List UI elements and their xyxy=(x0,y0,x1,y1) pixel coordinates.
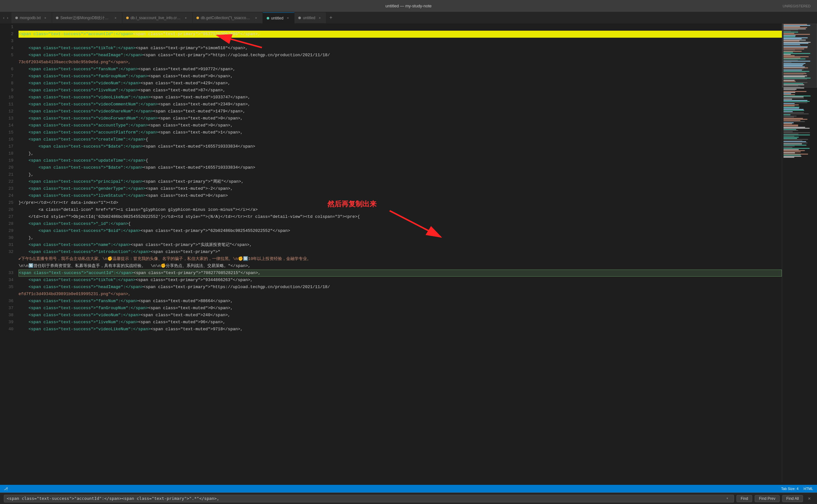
tab-untitled2[interactable]: untitled × xyxy=(294,12,326,23)
tab-close-icon[interactable]: × xyxy=(113,15,118,20)
find-all-button[interactable]: Find All xyxy=(782,495,803,502)
minimap-line xyxy=(783,155,801,156)
status-git[interactable]: ⎇ xyxy=(4,487,8,491)
line-number xyxy=(0,256,13,263)
tab-prev-icon[interactable]: ‹ xyxy=(3,16,5,20)
find-button[interactable]: Find xyxy=(737,495,752,502)
tab-next-icon[interactable]: › xyxy=(6,16,9,20)
tab-untitled1[interactable]: untitled × xyxy=(263,12,295,23)
code-line: <span class="text-success">"fanGroupNum"… xyxy=(19,305,782,312)
minimap-line xyxy=(783,83,803,84)
tab-close-icon[interactable]: × xyxy=(285,16,290,21)
code-line: </td><td style="">ObjectId('62b02486bc98… xyxy=(19,213,782,220)
minimap-line xyxy=(783,132,810,133)
code-line: <span class="text-success">"accountPlatf… xyxy=(19,129,782,136)
tab-close-icon[interactable]: × xyxy=(317,15,322,20)
code-line xyxy=(19,24,782,31)
line-number: 33 xyxy=(0,270,13,277)
tab-seeker[interactable]: Seeker迁移MongoDB统计（只有这些转mongo了） × xyxy=(52,12,122,23)
line-number: 8 xyxy=(0,80,13,87)
line-number xyxy=(0,263,13,270)
minimap-line xyxy=(783,103,795,104)
minimap-line xyxy=(783,29,798,30)
minimap-line xyxy=(783,50,795,50)
minimap-line xyxy=(783,63,806,64)
minimap-line xyxy=(783,81,796,82)
status-bar-right: Tab Size: 4 HTML xyxy=(781,487,813,491)
find-input[interactable] xyxy=(7,496,723,501)
code-line: <span class="text-success">"accountId":<… xyxy=(19,31,782,38)
language-indicator[interactable]: HTML xyxy=(804,487,813,491)
tab-db-get[interactable]: db.getCollection("t_ssaccount_video_info… xyxy=(193,12,263,23)
minimap-line xyxy=(783,67,808,68)
minimap-line xyxy=(783,141,806,142)
code-line: }</pre></td></tr><tr data-index="1"><td> xyxy=(19,199,782,206)
code-line: 73c6f20345ab4139aecc9cb8c95b9e6d.png"</s… xyxy=(19,59,782,66)
line-number: 22 xyxy=(0,178,13,185)
line-number: 19 xyxy=(0,157,13,164)
code-line: <span class="text-success">"$oid":</span… xyxy=(19,227,782,234)
line-number: 3 xyxy=(0,38,13,45)
tab-close-icon[interactable]: × xyxy=(183,15,188,20)
minimap-line xyxy=(783,99,792,100)
code-line: <span class="text-success">"createTime":… xyxy=(19,136,782,143)
line-number: 30 xyxy=(0,234,13,241)
tab-dot xyxy=(15,17,18,19)
editor-area[interactable]: <span class="text-success">"accountId":<… xyxy=(16,24,782,482)
code-line: <span class="text-success">"videoNum":</… xyxy=(19,312,782,319)
minimap-line xyxy=(783,47,807,48)
line-number: 18 xyxy=(0,150,13,157)
code-line: <span class="text-success">"tikTok":</sp… xyxy=(19,45,782,52)
find-bar: ▾ Find Find Prev Find All ✕ xyxy=(0,493,817,504)
line-number: 17 xyxy=(0,143,13,150)
minimap-line xyxy=(783,143,802,144)
minimap-line xyxy=(783,157,794,158)
status-bar: ⎇ Tab Size: 4 HTML xyxy=(0,485,817,493)
code-line: efd7f1c3d4934bd39891b0e019995231.png"</s… xyxy=(19,291,782,298)
line-number: 38 xyxy=(0,312,13,319)
code-line: <span class="text-success">"videoComment… xyxy=(19,101,782,108)
line-number: 29 xyxy=(0,227,13,234)
minimap-line xyxy=(783,137,799,138)
line-numbers: 1234567891011121314151617181920212223242… xyxy=(0,24,16,482)
tab-close-icon[interactable]: × xyxy=(43,15,48,20)
minimap-line xyxy=(783,123,792,124)
line-number: 32 xyxy=(0,248,13,256)
line-number: 9 xyxy=(0,87,13,94)
minimap-line xyxy=(783,128,810,129)
tab-close-icon[interactable]: × xyxy=(254,15,259,20)
tab-db-t-ss[interactable]: db.t_ssaccount_live_info.createIndex({"l… xyxy=(122,12,193,23)
tab-dot xyxy=(196,17,199,19)
title-bar: untitled — my-study-note UNREGISTERED xyxy=(0,0,817,12)
minimap-line xyxy=(783,85,798,86)
find-prev-button[interactable]: Find Prev xyxy=(755,495,779,502)
tab-nav[interactable]: ‹ › xyxy=(0,12,11,23)
minimap-line xyxy=(783,105,795,106)
find-input-container[interactable]: ▾ xyxy=(4,495,734,502)
minimap-line xyxy=(783,139,808,140)
tab-dot xyxy=(56,17,58,19)
line-number: 28 xyxy=(0,220,13,227)
find-dropdown-icon[interactable]: ▾ xyxy=(723,495,731,502)
minimap-line xyxy=(783,61,810,62)
code-line: <span class="text-success">"fanGroupNum"… xyxy=(19,73,782,80)
code-line: <span class="text-success">"accountId":<… xyxy=(19,270,782,277)
minimap-line xyxy=(783,76,805,77)
code-line xyxy=(19,38,782,45)
tab-mongodb[interactable]: mongodb.txt × xyxy=(11,12,52,23)
minimap-line xyxy=(783,70,802,71)
code-line: \n\n🔟曾任职于券商资管室、私募等操盘手，具有丰富的实战经验。 \n\n✊分享… xyxy=(19,263,782,270)
new-tab-button[interactable]: + xyxy=(326,12,335,23)
editor-main: 1234567891011121314151617181920212223242… xyxy=(0,24,817,482)
code-line: <span class="text-success">"updateTime":… xyxy=(19,157,782,164)
minimap-line xyxy=(783,38,802,39)
minimap-line xyxy=(783,146,795,147)
line-number: 31 xyxy=(0,241,13,248)
find-close-icon[interactable]: ✕ xyxy=(806,495,813,502)
line-number: 14 xyxy=(0,122,13,129)
tab-label: db.getCollection("t_ssaccount_video_info… xyxy=(201,16,252,20)
line-number: 37 xyxy=(0,305,13,312)
tab-size-indicator[interactable]: Tab Size: 4 xyxy=(781,487,798,491)
minimap-line xyxy=(783,148,810,149)
line-number: 10 xyxy=(0,94,13,101)
